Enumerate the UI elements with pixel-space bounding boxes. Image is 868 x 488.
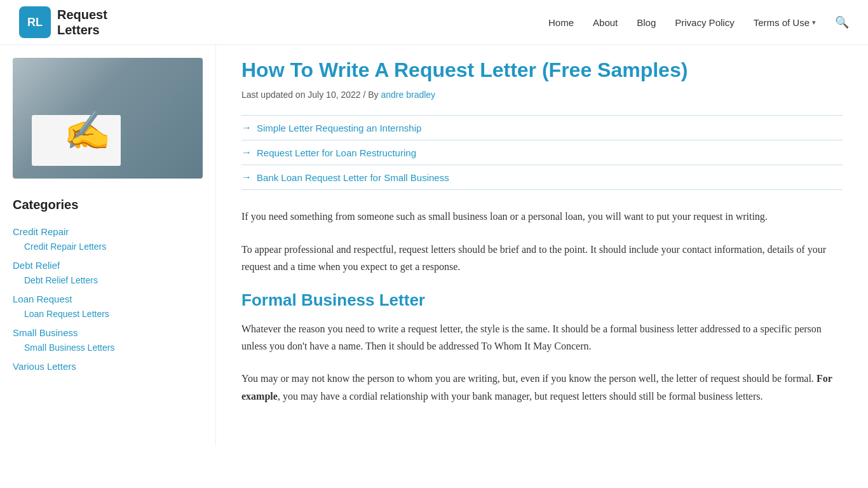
cat-link-small-business-letters[interactable]: Small Business Letters bbox=[13, 341, 203, 355]
article-title: How To Write A Request Letter (Free Samp… bbox=[241, 58, 843, 82]
arrow-icon-2: → bbox=[241, 147, 252, 158]
nav-about[interactable]: About bbox=[593, 17, 618, 28]
category-small-business: Small Business Small Business Letters bbox=[13, 325, 203, 355]
category-credit-repair: Credit Repair Credit Repair Letters bbox=[13, 224, 203, 254]
quick-link-2[interactable]: → Request Letter for Loan Restructuring bbox=[241, 140, 843, 165]
section-formal-business-letter: Formal Business Letter bbox=[241, 290, 843, 310]
paragraph-2: To appear professional and respectful, r… bbox=[241, 241, 843, 275]
nav-home[interactable]: Home bbox=[548, 17, 574, 28]
category-loan-request: Loan Request Loan Request Letters bbox=[13, 291, 203, 321]
search-button[interactable]: 🔍 bbox=[835, 15, 849, 29]
paragraph-4: You may or may not know the person to wh… bbox=[241, 370, 843, 404]
cat-link-debt-relief[interactable]: Debt Relief bbox=[13, 257, 203, 273]
cat-link-loan-request-letters[interactable]: Loan Request Letters bbox=[13, 307, 203, 321]
article-meta: Last updated on July 10, 2022 / By andre… bbox=[241, 90, 843, 100]
category-various-letters: Various Letters bbox=[13, 358, 203, 374]
arrow-icon-1: → bbox=[241, 122, 252, 133]
categories-heading: Categories bbox=[13, 198, 203, 212]
paragraph-1: If you need something from someone such … bbox=[241, 208, 843, 225]
cat-link-credit-repair-letters[interactable]: Credit Repair Letters bbox=[13, 240, 203, 254]
site-header: RL Request Letters Home About Blog Priva… bbox=[0, 0, 868, 45]
logo-initials: RL bbox=[19, 6, 51, 38]
main-nav: Home About Blog Privacy Policy Terms of … bbox=[548, 15, 849, 29]
nav-blog[interactable]: Blog bbox=[637, 17, 656, 28]
cat-link-credit-repair[interactable]: Credit Repair bbox=[13, 224, 203, 240]
cat-link-loan-request[interactable]: Loan Request bbox=[13, 291, 203, 307]
category-debt-relief: Debt Relief Debt Relief Letters bbox=[13, 257, 203, 287]
author-link[interactable]: andre bradley bbox=[381, 90, 436, 100]
quick-links-section: → Simple Letter Requesting an Internship… bbox=[241, 115, 843, 190]
page-container: Categories Credit Repair Credit Repair L… bbox=[0, 45, 868, 445]
paragraph-3: Whatever the reason you need to write a … bbox=[241, 320, 843, 355]
search-icon: 🔍 bbox=[835, 16, 849, 29]
cat-link-debt-relief-letters[interactable]: Debt Relief Letters bbox=[13, 273, 203, 287]
sidebar-hero-image bbox=[13, 58, 203, 179]
chevron-down-icon: ▾ bbox=[812, 18, 816, 27]
site-logo[interactable]: RL Request Letters bbox=[19, 6, 107, 38]
sidebar: Categories Credit Repair Credit Repair L… bbox=[0, 45, 216, 445]
arrow-icon-3: → bbox=[241, 172, 252, 183]
nav-privacy-policy[interactable]: Privacy Policy bbox=[675, 17, 734, 28]
main-content: How To Write A Request Letter (Free Samp… bbox=[216, 45, 868, 445]
quick-link-1[interactable]: → Simple Letter Requesting an Internship bbox=[241, 115, 843, 140]
quick-link-3[interactable]: → Bank Loan Request Letter for Small Bus… bbox=[241, 165, 843, 189]
logo-text: Request Letters bbox=[57, 7, 107, 37]
categories-list: Credit Repair Credit Repair Letters Debt… bbox=[13, 224, 203, 374]
nav-terms-of-use[interactable]: Terms of Use ▾ bbox=[754, 17, 816, 28]
cat-link-various-letters[interactable]: Various Letters bbox=[13, 358, 203, 374]
cat-link-small-business[interactable]: Small Business bbox=[13, 325, 203, 341]
